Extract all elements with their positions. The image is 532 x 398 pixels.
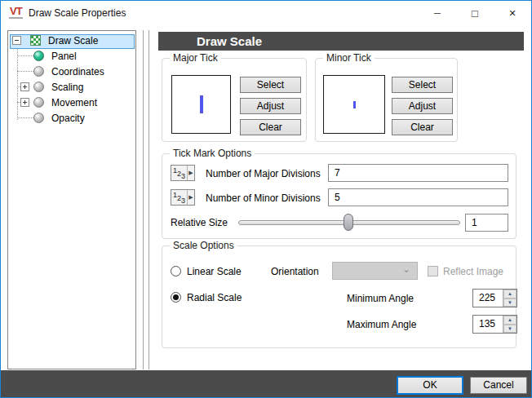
arrow-down-icon: ▼ xyxy=(508,326,512,331)
tree-item-coordinates[interactable]: Coordinates xyxy=(8,64,135,79)
ok-button[interactable]: OK xyxy=(397,377,463,394)
major-tick-group: Major Tick Select Adjust Clear xyxy=(162,58,307,142)
arrow-down-icon: ▼ xyxy=(508,300,512,305)
movement-sphere-icon xyxy=(33,97,44,108)
chevron-down-icon: ⌄ xyxy=(402,263,410,275)
property-tree: Draw Scale Panel Coordinates Scaling Mov… xyxy=(7,30,136,369)
maximum-angle-spinbox[interactable]: 135 ▲ ▼ xyxy=(472,315,517,334)
tree-item-label: Opacity xyxy=(51,113,85,124)
reflect-image-checkbox xyxy=(428,266,438,276)
minimum-angle-label: Minimum Angle xyxy=(347,293,414,304)
title-bar: VT Draw Scale Properties ─ □ ✕ xyxy=(1,1,531,25)
tree-item-scaling[interactable]: Scaling xyxy=(8,79,135,95)
orientation-dropdown: ⌄ xyxy=(332,262,418,280)
spin-up-button[interactable]: ▲ xyxy=(503,290,516,298)
major-tick-select-button[interactable]: Select xyxy=(240,77,301,93)
app-logo-icon: VT xyxy=(9,6,23,19)
arrow-up-icon: ▲ xyxy=(508,317,512,322)
maximize-button[interactable]: □ xyxy=(456,1,494,25)
linear-scale-label: Linear Scale xyxy=(187,266,242,277)
relative-size-slider-thumb[interactable] xyxy=(344,214,353,231)
spin-up-button[interactable]: ▲ xyxy=(503,316,516,325)
minor-tick-group-label: Minor Tick xyxy=(323,52,375,64)
tree-item-label: Draw Scale xyxy=(48,35,98,46)
minor-tick-group: Minor Tick Select Adjust Clear xyxy=(315,58,458,142)
major-tick-group-label: Major Tick xyxy=(170,52,221,64)
radial-scale-radio[interactable] xyxy=(171,292,181,303)
orientation-label: Orientation xyxy=(271,266,319,277)
major-tick-glyph xyxy=(200,95,203,113)
collapse-minus-icon[interactable] xyxy=(12,36,21,45)
tree-item-draw-scale[interactable]: Draw Scale xyxy=(8,33,135,48)
expand-plus-icon[interactable] xyxy=(20,98,29,107)
arrow-up-icon: ▲ xyxy=(508,291,512,296)
draw-scale-grid-icon xyxy=(30,35,41,46)
maximum-angle-label: Maximum Angle xyxy=(347,319,416,330)
window-title: Draw Scale Properties xyxy=(29,7,126,19)
tree-item-movement[interactable]: Movement xyxy=(8,95,135,110)
page-title: Draw Scale xyxy=(158,32,524,51)
panel-splitter[interactable] xyxy=(143,30,149,369)
spin-down-button[interactable]: ▼ xyxy=(503,298,516,307)
minor-tick-preview xyxy=(323,75,385,134)
scale-options-group: Scale Options Linear Scale Orientation ⌄… xyxy=(162,245,516,348)
scale-options-group-label: Scale Options xyxy=(170,240,237,251)
cancel-button[interactable]: Cancel xyxy=(470,377,527,394)
minor-divisions-stepper[interactable]: 123 ▶ xyxy=(171,189,195,206)
coordinates-sphere-icon xyxy=(33,66,44,77)
numbers-123-icon: 123 xyxy=(171,166,188,180)
minor-tick-select-button[interactable]: Select xyxy=(392,77,453,93)
major-tick-clear-button[interactable]: Clear xyxy=(240,119,301,135)
minimize-icon: ─ xyxy=(434,8,441,18)
numbers-123-icon: 123 xyxy=(171,190,188,205)
window-controls: ─ □ ✕ xyxy=(419,1,531,25)
tick-mark-options-group-label: Tick Mark Options xyxy=(170,148,255,159)
relative-size-label: Relative Size xyxy=(171,217,228,228)
opacity-sphere-icon xyxy=(33,113,44,123)
close-icon: ✕ xyxy=(508,8,516,19)
minor-tick-glyph xyxy=(353,101,356,108)
stepper-arrow-icon: ▶ xyxy=(188,190,194,205)
tree-item-opacity[interactable]: Opacity xyxy=(8,110,135,126)
tree-item-label: Coordinates xyxy=(51,66,104,77)
reflect-image-label: Reflect Image xyxy=(443,266,503,277)
minor-divisions-input[interactable] xyxy=(328,188,508,206)
major-tick-adjust-button[interactable]: Adjust xyxy=(240,98,301,114)
minimum-angle-spinbox[interactable]: 225 ▲ ▼ xyxy=(472,289,517,307)
expand-plus-icon[interactable] xyxy=(20,82,29,91)
minor-tick-clear-button[interactable]: Clear xyxy=(392,119,453,135)
tree-item-panel[interactable]: Panel xyxy=(8,48,135,64)
minor-divisions-label: Number of Minor Divisions xyxy=(206,192,321,204)
stepper-arrow-icon: ▶ xyxy=(188,166,194,180)
maximize-icon: □ xyxy=(472,7,478,20)
maximum-angle-value: 135 xyxy=(473,316,503,333)
tree-item-label: Scaling xyxy=(51,82,83,93)
tree-item-label: Movement xyxy=(51,97,97,108)
minimum-angle-value: 225 xyxy=(473,290,503,307)
close-button[interactable]: ✕ xyxy=(494,1,531,25)
major-divisions-label: Number of Major Divisions xyxy=(206,168,321,179)
major-divisions-input[interactable] xyxy=(328,164,508,182)
page-title-bar: Draw Scale xyxy=(158,32,524,51)
tick-mark-options-group: Tick Mark Options 123 ▶ Number of Major … xyxy=(162,153,516,239)
minor-tick-adjust-button[interactable]: Adjust xyxy=(392,98,453,114)
relative-size-input[interactable] xyxy=(465,214,508,232)
linear-scale-radio[interactable] xyxy=(171,266,181,276)
scaling-sphere-icon xyxy=(33,82,44,92)
major-tick-preview xyxy=(171,75,231,134)
draw-scale-properties-window: VT Draw Scale Properties ─ □ ✕ Draw Scal… xyxy=(0,0,532,398)
radial-scale-label: Radial Scale xyxy=(187,292,242,303)
major-divisions-stepper[interactable]: 123 ▶ xyxy=(171,165,195,181)
spin-down-button[interactable]: ▼ xyxy=(503,325,516,334)
panel-sphere-icon xyxy=(33,51,44,61)
tree-item-label: Panel xyxy=(51,51,77,62)
minimize-button[interactable]: ─ xyxy=(419,1,456,25)
